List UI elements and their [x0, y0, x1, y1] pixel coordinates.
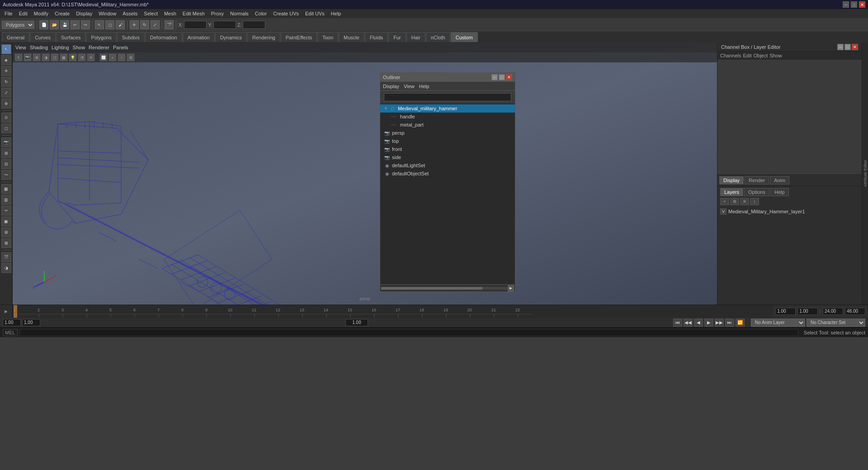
current-frame-field[interactable]	[345, 319, 368, 326]
save-button[interactable]: 💾	[60, 20, 69, 29]
tab-curves[interactable]: Curves	[30, 32, 56, 42]
tab-subdivs[interactable]: Subdivs	[117, 32, 145, 42]
char-set-dropdown[interactable]: No Character Set	[807, 319, 865, 327]
select-tool[interactable]: ↖	[95, 20, 104, 29]
play-fwd-btn[interactable]: ▶	[704, 319, 713, 327]
undo-button[interactable]: ↩	[71, 20, 80, 29]
coord-x-input[interactable]	[184, 21, 207, 29]
layer-options-btn[interactable]: ⚙	[730, 198, 739, 205]
menu-mesh[interactable]: Mesh	[161, 10, 179, 17]
step-fwd-btn[interactable]: ▶▶	[715, 319, 724, 327]
menu-assets[interactable]: Assets	[120, 10, 140, 17]
tab-fur[interactable]: Fur	[388, 32, 406, 42]
menu-modify[interactable]: Modify	[31, 10, 51, 17]
poly-extrude-btn[interactable]: ▣	[1, 216, 11, 226]
tab-toon[interactable]: Toon	[317, 32, 338, 42]
menu-edit[interactable]: Edit	[16, 10, 30, 17]
vp-wireframe-icon[interactable]: ◻	[51, 53, 59, 61]
hypershade-btn[interactable]: ◑	[1, 263, 11, 273]
start-frame-field[interactable]	[3, 319, 21, 326]
tab-fluids[interactable]: Fluids	[365, 32, 388, 42]
poly-mode-btn[interactable]: ▦	[1, 184, 11, 194]
poly-bridge-btn[interactable]: ⊞	[1, 227, 11, 237]
outliner-menu-help[interactable]: Help	[419, 84, 429, 89]
menu-create[interactable]: Create	[52, 10, 72, 17]
anim-layer-dropdown[interactable]: No Anim Layer	[751, 319, 805, 327]
loop-btn[interactable]: 🔁	[736, 319, 745, 327]
outliner-menu-view[interactable]: View	[404, 84, 415, 89]
coord-y-input[interactable]	[213, 21, 236, 29]
vp-view3-icon[interactable]: ▫	[118, 53, 126, 61]
timeline-ruler[interactable]: 1 2 3 4 5 6 7 8 9 10 11 12 13 14 15 16 1…	[13, 305, 773, 318]
coord-z-input[interactable]	[243, 21, 265, 29]
go-to-start-btn[interactable]: ⏮	[673, 319, 682, 327]
tab-polygons[interactable]: Polygons	[86, 32, 116, 42]
delete-layer-btn[interactable]: ✕	[740, 198, 749, 205]
redo-button[interactable]: ↪	[81, 20, 90, 29]
tab-deformation[interactable]: Deformation	[145, 32, 182, 42]
menu-create-uvs[interactable]: Create UVs	[270, 10, 302, 17]
viewport[interactable]: View Shading Lighting Show Renderer Pane…	[13, 42, 717, 305]
tree-item-default-object-set[interactable]: ◉ defaultObjectSet	[380, 169, 515, 178]
menu-file[interactable]: File	[2, 10, 15, 17]
timeline-current-field[interactable]	[797, 308, 818, 315]
vp-select-icon[interactable]: ↖	[14, 53, 23, 61]
vp-shading-icon[interactable]: ◑	[42, 53, 50, 61]
tab-general[interactable]: General	[2, 32, 29, 42]
menu-display[interactable]: Display	[73, 10, 95, 17]
vp-grid-icon[interactable]: ⊞	[33, 53, 41, 61]
tab-render[interactable]: Render	[745, 176, 769, 184]
paint-select[interactable]: 🖌	[116, 20, 125, 29]
poly-merge-btn[interactable]: ⊠	[1, 238, 11, 248]
render-view-btn[interactable]: 🎬	[1, 252, 11, 262]
timeline-end-start[interactable]	[823, 308, 843, 315]
tree-item-top[interactable]: 📷 top	[380, 137, 515, 145]
layers-tab-layers[interactable]: Layers	[720, 188, 743, 196]
tab-custom[interactable]: Custom	[451, 32, 478, 42]
tree-item-front[interactable]: 📷 front	[380, 145, 515, 153]
end-frame-field[interactable]	[22, 319, 40, 326]
tree-item-side[interactable]: 📷 side	[380, 153, 515, 161]
timeline-start-field[interactable]	[775, 308, 796, 315]
mode-dropdown[interactable]: Polygons	[2, 21, 34, 29]
cb-show[interactable]: Show	[769, 53, 782, 58]
menu-color[interactable]: Color	[252, 10, 269, 17]
move-btn[interactable]: ✛	[1, 66, 11, 76]
vp-camera-icon[interactable]: 📷	[24, 53, 32, 61]
step-back-btn[interactable]: ◀◀	[684, 319, 693, 327]
vp-menu-renderer[interactable]: Renderer	[89, 45, 109, 50]
poly-opt-btn[interactable]: ▥	[1, 195, 11, 205]
cb-minimize[interactable]: ─	[837, 44, 844, 50]
layers-tab-help[interactable]: Help	[770, 188, 789, 196]
outliner-scrollbar[interactable]: ▶	[380, 284, 515, 291]
play-back-btn[interactable]: ◀	[694, 319, 703, 327]
vp-view2-icon[interactable]: ▪	[108, 53, 117, 61]
menu-normals[interactable]: Normals	[227, 10, 251, 17]
rotate-tool[interactable]: ↻	[140, 20, 149, 29]
render-button[interactable]: 🎬	[165, 20, 174, 29]
vp-menu-panels[interactable]: Panels	[113, 45, 128, 50]
vp-light-icon[interactable]: 💡	[69, 53, 77, 61]
poly-split-btn[interactable]: ✂	[1, 206, 11, 216]
camera-btn[interactable]: 📷	[1, 137, 11, 147]
outliner-close[interactable]: ✕	[506, 74, 512, 80]
soft-select-btn[interactable]: ⊙	[1, 113, 11, 122]
tree-item-handle[interactable]: ─○ handle	[380, 113, 515, 121]
menu-select[interactable]: Select	[141, 10, 160, 17]
scroll-right[interactable]: ▶	[508, 285, 514, 291]
layer-sort-btn[interactable]: ↕	[750, 198, 759, 205]
vp-texture-icon[interactable]: ▦	[60, 53, 68, 61]
tab-hair[interactable]: Hair	[406, 32, 425, 42]
vp-menu-shading[interactable]: Shading	[30, 45, 48, 50]
tab-dynamics[interactable]: Dynamics	[215, 32, 247, 42]
tab-display[interactable]: Display	[719, 176, 744, 184]
maximize-button[interactable]: □	[851, 1, 857, 8]
outliner-menu-display[interactable]: Display	[383, 84, 399, 89]
cb-close[interactable]: ✕	[852, 44, 858, 50]
new-layer-btn[interactable]: +	[720, 198, 729, 205]
close-button[interactable]: ✕	[859, 1, 865, 8]
open-button[interactable]: 📂	[50, 20, 59, 29]
rotate-btn[interactable]: ↻	[1, 77, 11, 87]
scroll-thumb[interactable]	[381, 287, 482, 290]
curve-btn[interactable]: 〜	[1, 170, 11, 180]
